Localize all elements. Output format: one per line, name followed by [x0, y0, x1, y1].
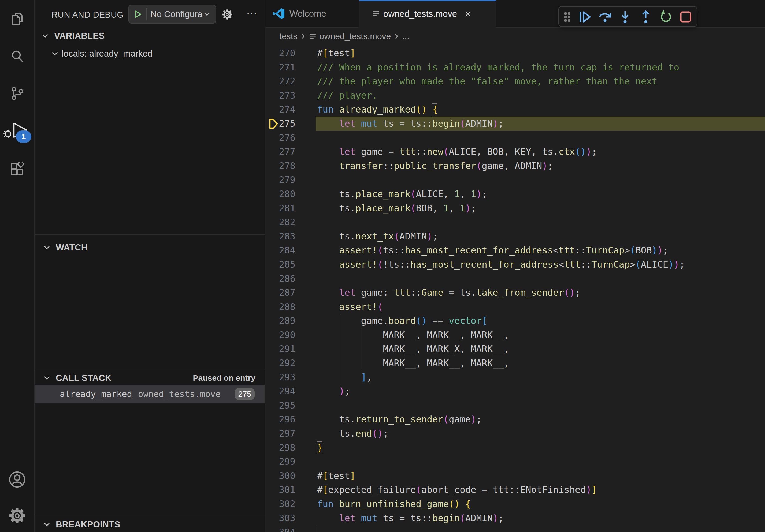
settings-gear-icon[interactable] — [0, 507, 34, 524]
debug-settings-gear-icon[interactable] — [221, 8, 234, 22]
section-call-stack[interactable]: CALL STACK Paused on entry — [35, 371, 265, 385]
tab-owned-tests-label: owned_tests.move — [383, 9, 457, 19]
vscode-logo-icon — [273, 8, 285, 20]
start-debug-icon[interactable] — [133, 9, 143, 19]
line-number-303: 303 — [265, 511, 296, 525]
chevron-down-icon — [42, 520, 51, 529]
code-line-288: assert!( — [317, 300, 685, 314]
editor-group: Welcome owned_tests.move — [265, 0, 765, 532]
chevron-down-icon — [50, 49, 60, 58]
run-debug-panel: RUN AND DEBUG No Configura ··· VARIABLES… — [35, 0, 265, 532]
chevron-right-icon — [300, 32, 307, 40]
code-line-297: ts.end(); — [317, 426, 685, 441]
code-line-289: game.board() == vector[ — [317, 314, 685, 328]
frame-line-badge: 275 — [235, 388, 255, 400]
move-file-icon — [372, 9, 381, 19]
step-over-icon[interactable] — [598, 9, 613, 24]
extensions-icon[interactable] — [0, 161, 34, 176]
tab-owned-tests[interactable]: owned_tests.move — [359, 0, 496, 28]
run-and-debug-icon[interactable]: 1 — [0, 122, 34, 140]
line-number-287: 287 — [265, 286, 296, 300]
chevron-down-icon — [42, 374, 51, 383]
line-number-291: 291 — [265, 342, 296, 356]
code-line-280: ts.place_mark(ALICE, 1, 1); — [317, 187, 685, 201]
chevron-down-icon — [42, 243, 51, 252]
breadcrumb-tests[interactable]: tests — [279, 31, 298, 41]
code-line-275: let mut ts = ts::begin(ADMIN); — [317, 117, 685, 131]
line-number-295: 295 — [265, 398, 296, 412]
account-icon[interactable] — [0, 471, 34, 488]
line-number-288: 288 — [265, 300, 296, 314]
continue-icon[interactable] — [578, 9, 593, 24]
step-into-icon[interactable] — [618, 9, 633, 24]
code-line-299 — [317, 454, 685, 469]
debug-toolbar — [558, 6, 697, 27]
code-line-281: ts.place_mark(BOB, 1, 1); — [317, 201, 685, 215]
code-line-274: fun already_marked() { — [317, 102, 685, 117]
vscode-window: 1 RUN AND DEBUG No Configura ··· VARIABL… — [0, 0, 765, 532]
line-number-273: 273 — [265, 89, 296, 103]
line-number-292: 292 — [265, 356, 296, 370]
restart-icon[interactable] — [658, 9, 673, 24]
line-number-271: 271 — [265, 60, 296, 75]
line-number-278: 278 — [265, 159, 296, 173]
code-line-298: } — [317, 441, 685, 455]
code-line-301: #[expected_failure(abort_code = ttt::ENo… — [317, 483, 685, 497]
variables-scope-label: locals: already_marked — [62, 49, 153, 59]
breadcrumb-symbol[interactable]: ... — [402, 31, 409, 41]
code-line-276 — [317, 131, 685, 145]
code-line-300: #[test] — [317, 469, 685, 483]
section-breakpoints[interactable]: BREAKPOINTS — [35, 517, 120, 532]
debug-config-dropdown[interactable]: No Configura — [128, 5, 216, 24]
code-line-302: fun burn_unfinished_game() { — [317, 497, 685, 511]
line-number-279: 279 — [265, 173, 296, 187]
line-number-290: 290 — [265, 328, 296, 342]
line-number-277: 277 — [265, 145, 296, 159]
search-icon[interactable] — [0, 49, 34, 64]
code-line-277: let game = ttt::new(ALICE, BOB, KEY, ts.… — [317, 145, 685, 159]
line-number-270: 270 — [265, 46, 296, 60]
code-line-303: let mut ts = ts::begin(ADMIN); — [317, 511, 685, 525]
drag-handle-icon[interactable] — [562, 9, 572, 24]
code-line-271: /// When a position is already marked, t… — [317, 60, 685, 75]
close-icon[interactable] — [463, 9, 472, 19]
line-number-298: 298 — [265, 441, 296, 455]
code-line-286 — [317, 272, 685, 286]
chevron-down-icon — [41, 31, 50, 40]
line-number-280: 280 — [265, 187, 296, 201]
paused-status: Paused on entry — [193, 374, 256, 383]
breadcrumb-file[interactable]: owned_tests.move — [320, 31, 391, 41]
line-number-286: 286 — [265, 272, 296, 286]
line-number-299: 299 — [265, 454, 296, 469]
line-number-301: 301 — [265, 483, 296, 497]
code-line-290: MARK__, MARK__, MARK__, — [317, 328, 685, 342]
step-out-icon[interactable] — [638, 9, 653, 24]
code-line-270: #[test] — [317, 46, 685, 60]
source-control-icon[interactable] — [0, 86, 34, 101]
section-variables[interactable]: VARIABLES — [35, 28, 105, 44]
config-dropdown-label: No Configura — [150, 9, 203, 19]
code-line-272: /// the player who made the "false" move… — [317, 74, 685, 89]
stop-icon[interactable] — [678, 9, 693, 24]
code-line-282 — [317, 215, 685, 229]
active-tab-accent — [359, 0, 496, 1]
explorer-icon[interactable] — [0, 11, 34, 26]
code-line-295 — [317, 398, 685, 412]
tab-welcome[interactable]: Welcome — [265, 0, 359, 27]
line-number-302: 302 — [265, 497, 296, 511]
line-number-282: 282 — [265, 215, 296, 229]
section-watch[interactable]: WATCH — [35, 240, 88, 255]
code-line-292: MARK__, MARK__, MARK__, — [317, 356, 685, 370]
line-number-283: 283 — [265, 229, 296, 243]
variables-scope-row[interactable]: locals: already_marked — [35, 46, 153, 62]
line-number-272: 272 — [265, 74, 296, 89]
line-number-304: 304 — [265, 525, 296, 532]
call-stack-frame-row[interactable]: already_marked owned_tests.move 275 — [35, 385, 265, 403]
code-line-304 — [317, 525, 685, 532]
code-lines[interactable]: #[test]/// When a position is already ma… — [317, 46, 685, 532]
code-line-285: assert!(!ts::has_most_recent_for_address… — [317, 257, 685, 272]
line-number-289: 289 — [265, 314, 296, 328]
more-actions-icon[interactable]: ··· — [243, 5, 260, 20]
line-number-285: 285 — [265, 257, 296, 272]
code-line-294: ); — [317, 384, 685, 398]
